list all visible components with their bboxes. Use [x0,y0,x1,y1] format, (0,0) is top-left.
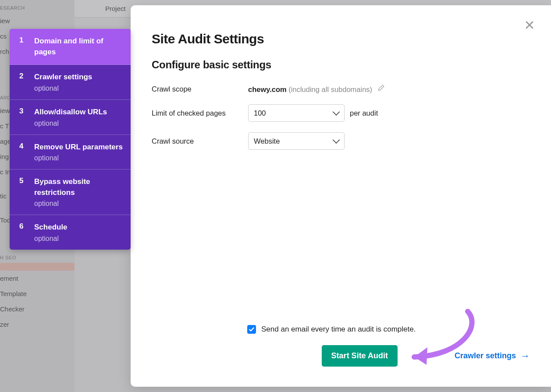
arrow-right-icon: → [520,350,530,362]
step-title: Crawler settings [34,72,92,83]
edit-crawl-scope-button[interactable] [377,84,385,92]
crawl-source-value: Website [254,137,280,145]
crawl-source-label: Crawl source [152,137,248,145]
step-title: Schedule [34,222,68,233]
settings-form: Crawl scope chewy.com (including all sub… [152,84,530,150]
step-number: 1 [19,36,26,57]
limit-pages-value: 100 [254,109,266,117]
step-number: 4 [19,142,26,162]
crawl-scope-value: chewy.com (including all subdomains) [248,84,385,94]
step-crawler-settings[interactable]: 2 Crawler settings optional [10,65,131,100]
step-schedule[interactable]: 6 Schedule optional [10,215,131,250]
settings-stepper: 1 Domain and limit of pages 2 Crawler se… [10,29,131,250]
step-remove-url-parameters[interactable]: 4 Remove URL parameters optional [10,135,131,170]
email-notify-row: Send an email every time an audit is com… [247,325,530,334]
crawl-scope-row: Crawl scope chewy.com (including all sub… [152,84,530,94]
start-site-audit-button[interactable]: Start Site Audit [322,345,398,367]
close-icon [525,21,534,29]
modal-subtitle: Configure basic settings [152,59,530,71]
site-audit-settings-modal: Site Audit Settings Configure basic sett… [131,5,551,387]
crawler-settings-link-label: Crawler settings [455,351,516,360]
limit-pages-row: Limit of checked pages 100 per audit [152,104,530,122]
close-button[interactable] [523,18,536,32]
step-optional-label: optional [34,200,123,208]
limit-pages-select[interactable]: 100 [248,104,345,122]
step-domain-limit[interactable]: 1 Domain and limit of pages [10,29,131,65]
crawl-source-select[interactable]: Website [248,132,345,150]
check-icon [249,326,255,332]
crawl-scope-domain: chewy.com [248,85,287,93]
step-title: Domain and limit of pages [34,36,123,57]
step-number: 6 [19,222,26,243]
step-title: Bypass website restrictions [34,177,123,198]
modal-footer: Send an email every time an audit is com… [152,325,530,367]
crawler-settings-link[interactable]: Crawler settings → [455,350,530,362]
crawl-source-row: Crawl source Website [152,132,530,150]
step-title: Remove URL parameters [34,142,123,153]
limit-pages-label: Limit of checked pages [152,109,248,117]
step-optional-label: optional [34,235,68,243]
step-bypass-restrictions[interactable]: 5 Bypass website restrictions optional [10,170,131,215]
modal-title: Site Audit Settings [152,32,530,46]
crawl-scope-label: Crawl scope [152,85,248,93]
pencil-icon [377,84,385,92]
step-optional-label: optional [34,154,123,162]
limit-pages-suffix: per audit [350,109,378,117]
email-notify-label: Send an email every time an audit is com… [261,325,416,334]
step-allow-disallow-urls[interactable]: 3 Allow/disallow URLs optional [10,100,131,135]
step-number: 3 [19,107,26,127]
step-optional-label: optional [34,85,92,92]
step-number: 5 [19,177,26,208]
step-number: 2 [19,72,26,92]
email-notify-checkbox[interactable] [247,325,256,334]
modal-actions: Start Site Audit Crawler settings → [152,345,530,367]
step-title: Allow/disallow URLs [34,107,107,118]
step-optional-label: optional [34,120,107,127]
crawl-scope-note: (including all subdomains) [288,85,372,93]
